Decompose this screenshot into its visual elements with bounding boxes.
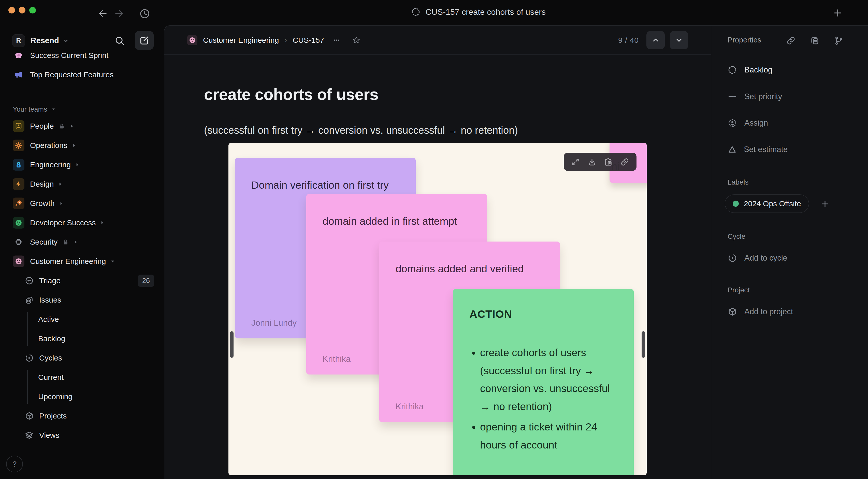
sidebar-item-label: Upcoming	[38, 392, 72, 401]
sidebar-team-security[interactable]: Security	[0, 232, 163, 252]
add-to-cycle-row[interactable]: Add to cycle	[727, 250, 787, 266]
assign-person-icon	[727, 118, 737, 128]
chevron-down-icon	[51, 107, 56, 112]
label-text: 2024 Ops Offsite	[744, 199, 801, 208]
next-issue-button[interactable]	[670, 31, 688, 49]
forward-arrow-icon[interactable]	[114, 8, 125, 19]
team-label: Growth	[30, 199, 55, 208]
minimize-window-button[interactable]	[19, 7, 25, 13]
git-branch-icon[interactable]	[834, 36, 844, 45]
sidebar-item-issues[interactable]: Issues	[0, 290, 163, 310]
add-label-plus-icon[interactable]	[820, 199, 830, 209]
sidebar-item-projects[interactable]: Projects	[0, 406, 163, 425]
expand-image-icon[interactable]	[571, 157, 580, 166]
lock-icon	[58, 123, 65, 130]
sidebar-item-upcoming[interactable]: Upcoming	[0, 387, 163, 406]
sticky-note-author: Krithika	[322, 354, 350, 364]
issue-description[interactable]: (successful on first try → conversion vs…	[204, 125, 518, 136]
zoom-window-button[interactable]	[29, 7, 36, 13]
history-clock-icon[interactable]	[139, 8, 151, 20]
sidebar-item-current[interactable]: Current	[0, 368, 163, 387]
image-resize-handle-left[interactable]	[230, 331, 234, 358]
chevron-down-icon	[63, 37, 69, 44]
issue-content-column: Customer Engineering › CUS-157 9 / 40	[164, 26, 711, 479]
assignee-row[interactable]: Assign	[727, 116, 768, 131]
sidebar-item-success-current-sprint[interactable]: Success Current Sprint	[0, 53, 163, 65]
sidebar-team-design[interactable]: Design	[0, 174, 163, 194]
priority-row[interactable]: Set priority	[727, 89, 782, 104]
chevron-down-icon	[110, 259, 115, 264]
new-issue-button[interactable]	[135, 31, 154, 50]
sticky-note-author: Krithika	[396, 402, 424, 411]
sidebar-team-people[interactable]: People	[0, 117, 163, 136]
lock-icon	[62, 238, 69, 246]
workspace-logo: R	[12, 34, 25, 47]
estimate-label: Set estimate	[744, 145, 787, 154]
triage-icon	[23, 275, 35, 287]
workspace-switcher[interactable]: R Resend	[12, 33, 69, 48]
estimate-row[interactable]: Set estimate	[727, 142, 787, 157]
issues-subnav: Active Backlog	[0, 310, 163, 348]
image-resize-handle-right[interactable]	[642, 331, 645, 358]
favorite-star-icon[interactable]	[352, 36, 361, 44]
team-label: Developer Success	[30, 218, 96, 227]
sidebar-item-cycles[interactable]: Cycles	[0, 348, 163, 368]
whiteboard-image[interactable]: Domain verification on first try Jonni L…	[228, 143, 647, 475]
workspace-name: Resend	[31, 36, 59, 45]
sidebar-item-label: Projects	[39, 412, 67, 420]
issues-icon	[23, 294, 35, 306]
sidebar-item-label: Cycles	[39, 354, 62, 362]
your-teams-header[interactable]: Your teams	[0, 102, 163, 117]
sidebar-item-label: Views	[39, 431, 59, 440]
sidebar-item-label: Success Current Sprint	[30, 53, 108, 60]
sidebar-item-views[interactable]: Views	[0, 425, 163, 445]
sidebar-team-customer-engineering[interactable]: Customer Engineering	[0, 252, 163, 271]
new-tab-plus-icon[interactable]	[832, 8, 843, 18]
close-window-button[interactable]	[8, 7, 15, 13]
sidebar-item-triage[interactable]: Triage 26	[0, 271, 163, 290]
breadcrumb-team[interactable]: Customer Engineering	[203, 36, 279, 44]
copy-link-icon[interactable]	[786, 36, 796, 45]
sidebar-team-engineering[interactable]: Engineering	[0, 155, 163, 174]
sidebar-team-operations[interactable]: Operations	[0, 136, 163, 155]
sidebar-item-backlog[interactable]: Backlog	[0, 329, 163, 348]
issue-title[interactable]: create cohorts of users	[204, 85, 378, 103]
sidebar-item-label: Issues	[39, 296, 61, 304]
add-to-project-row[interactable]: Add to project	[727, 304, 793, 319]
status-row[interactable]: Backlog	[727, 62, 772, 77]
sidebar-team-developer-success[interactable]: Developer Success	[0, 213, 163, 232]
image-toolbar	[564, 153, 637, 171]
sidebar-team-growth[interactable]: Growth	[0, 194, 163, 213]
team-label: People	[30, 122, 54, 130]
sidebar: R Resend Success Current Sprint	[0, 25, 163, 479]
sticky-note-text: domain added in first attempt	[306, 194, 487, 231]
sidebar-item-active[interactable]: Active	[0, 310, 163, 329]
project-section-header: Project	[727, 286, 750, 294]
megaphone-icon	[13, 69, 24, 81]
help-button[interactable]: ?	[6, 456, 23, 472]
download-image-icon[interactable]	[587, 157, 596, 166]
team-label: Engineering	[30, 160, 71, 169]
breadcrumb-issue-id[interactable]: CUS-157	[293, 36, 324, 44]
issue-pagination: 9 / 40	[618, 31, 688, 49]
your-teams-label: Your teams	[13, 105, 47, 114]
more-options-icon[interactable]	[332, 36, 341, 44]
chevron-up-icon	[652, 36, 660, 44]
cycle-section-header: Cycle	[727, 232, 745, 241]
sidebar-item-top-requested-features[interactable]: Top Requested Features	[0, 65, 163, 85]
sidebar-nav-list: Success Current Sprint Top Requested Fea…	[0, 53, 163, 448]
add-to-project-label: Add to project	[744, 307, 793, 316]
search-icon[interactable]	[114, 35, 125, 46]
copy-to-clipboard-icon[interactable]	[604, 157, 613, 166]
window-titlebar: CUS-157 create cohorts of users	[0, 0, 868, 25]
copy-id-icon[interactable]	[810, 36, 820, 45]
back-arrow-icon[interactable]	[97, 8, 108, 19]
properties-header: Properties	[727, 36, 761, 44]
chevron-right-icon	[75, 162, 80, 167]
cube-icon	[23, 410, 35, 422]
label-pill[interactable]: 2024 Ops Offsite	[725, 194, 809, 213]
chevron-right-icon	[71, 143, 76, 148]
sidebar-item-label: Top Requested Features	[30, 70, 114, 79]
copy-link-icon[interactable]	[620, 157, 629, 166]
previous-issue-button[interactable]	[646, 31, 665, 49]
